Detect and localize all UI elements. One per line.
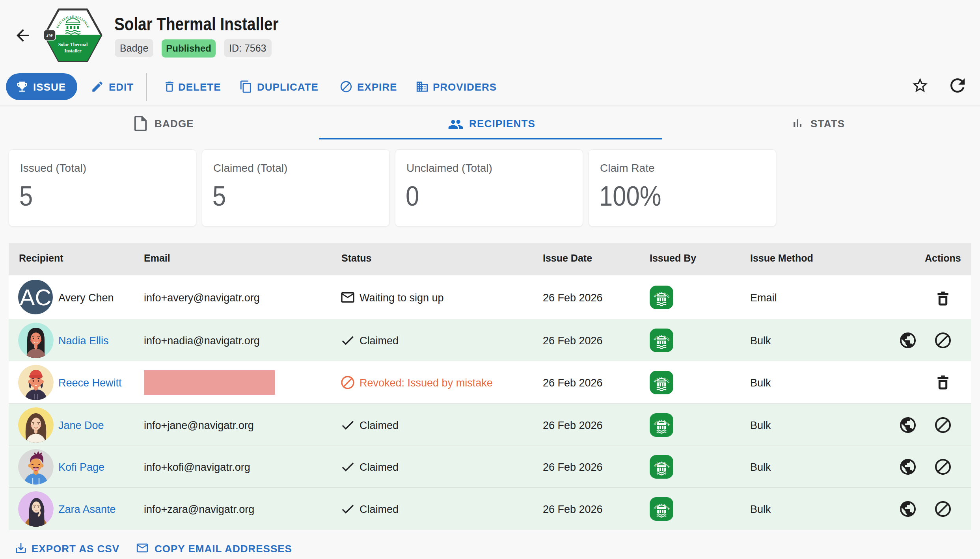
svg-text:Installer: Installer (64, 48, 82, 54)
svg-text:Solar Thermal: Solar Thermal (58, 42, 88, 47)
svg-text:JW: JW (46, 32, 54, 38)
